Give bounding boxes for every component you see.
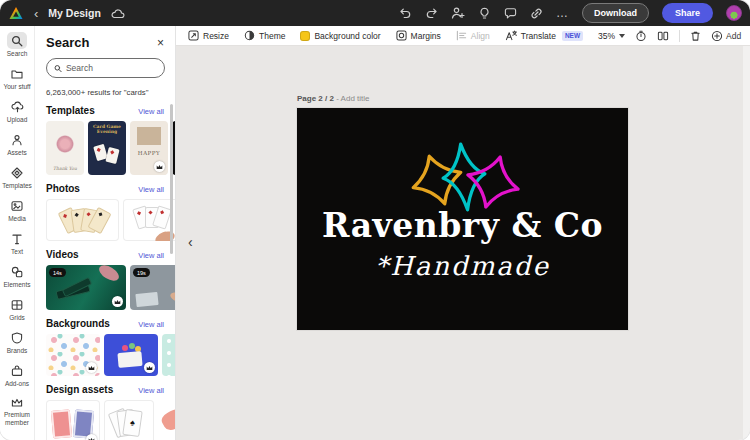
crown-icon: [7, 395, 27, 410]
comments-icon[interactable]: [504, 7, 517, 20]
align-button[interactable]: Align: [456, 30, 490, 41]
back-chevron-icon[interactable]: ‹: [34, 7, 38, 20]
rail-item-brands[interactable]: Brands: [0, 327, 35, 360]
section-templates: Templates View all Thank You Card Game E…: [46, 105, 175, 175]
top-bar: ‹ My Design: [0, 0, 750, 26]
panel-scrollbar[interactable]: [170, 104, 173, 254]
video-duration-badge: 14s: [49, 268, 66, 277]
rail-item-premium-member[interactable]: Premium member: [0, 393, 35, 426]
background-thumbnail[interactable]: [104, 334, 158, 376]
rail-item-upload[interactable]: Upload: [0, 96, 35, 129]
rail-item-assets[interactable]: Assets: [0, 129, 35, 162]
share-button[interactable]: Share: [662, 3, 713, 23]
tool-label: Theme: [259, 31, 285, 41]
rail-item-elements[interactable]: Elements: [0, 261, 35, 294]
canvas-area: Resize Theme Background color Margins Al…: [176, 26, 750, 440]
more-options-icon[interactable]: …: [556, 10, 569, 16]
background-thumbnail[interactable]: [46, 334, 100, 376]
rail-label: Brands: [7, 347, 28, 354]
thumbnail-caption: Card Game Evening: [88, 124, 126, 135]
template-thumbnail[interactable]: HAPPY: [130, 121, 168, 175]
search-input[interactable]: [66, 63, 157, 73]
rail-label: Search: [7, 50, 28, 57]
thumbnail-row: [46, 199, 176, 241]
photo-thumbnail[interactable]: [46, 199, 119, 241]
view-all-link[interactable]: View all: [138, 386, 164, 395]
lightbulb-icon[interactable]: [478, 7, 491, 20]
redo-icon[interactable]: [425, 7, 438, 20]
template-thumbnail[interactable]: Card Game Evening: [88, 121, 126, 175]
app-window: ‹ My Design: [0, 0, 750, 440]
results-count: 6,263,000+ results for "cards": [46, 88, 175, 97]
rail-label: Media: [8, 215, 26, 222]
rail-item-templates[interactable]: Templates: [0, 162, 35, 195]
rail-label: Add-ons: [5, 380, 29, 387]
close-icon[interactable]: ×: [157, 37, 164, 49]
premium-crown-badge: [86, 434, 97, 440]
align-icon: [456, 30, 467, 41]
tool-label: Translate: [521, 31, 556, 41]
media-image-icon: [7, 197, 27, 214]
thumbnail-row: ♠: [46, 400, 176, 440]
canvas-scrollbar-track[interactable]: [743, 46, 750, 440]
user-avatar[interactable]: [726, 5, 742, 21]
thumbnail-art: [105, 147, 119, 164]
design-asset-thumbnail[interactable]: [158, 400, 176, 440]
thumbnail-art: [96, 265, 121, 284]
undo-icon[interactable]: [399, 7, 412, 20]
resize-button[interactable]: Resize: [188, 30, 229, 41]
delete-page-icon[interactable]: [690, 30, 701, 42]
toolbar-right-group: 35% Add: [598, 30, 741, 42]
rail-label: Grids: [9, 314, 25, 321]
shield-icon: [7, 329, 27, 346]
rail-item-media[interactable]: Media: [0, 195, 35, 228]
pages-view-icon[interactable]: [657, 30, 669, 42]
tagline-text[interactable]: *Handmade: [297, 251, 628, 281]
add-title-hint[interactable]: - Add title: [336, 94, 369, 103]
collapse-panel-chevron-icon[interactable]: ‹: [188, 234, 193, 250]
cloud-sync-icon: [111, 8, 125, 19]
view-all-link[interactable]: View all: [138, 320, 164, 329]
translate-button[interactable]: Translate NEW: [505, 30, 583, 41]
left-nav-rail: Search Your stuff Upload Assets Template…: [0, 26, 35, 440]
zoom-level-dropdown[interactable]: 35%: [598, 31, 625, 41]
section-title: Design assets: [46, 384, 113, 395]
margins-button[interactable]: Margins: [396, 30, 441, 41]
history-timer-icon[interactable]: [635, 30, 647, 42]
section-photos: Photos View all: [46, 183, 175, 241]
view-all-link[interactable]: View all: [138, 107, 164, 116]
background-color-button[interactable]: Background color: [300, 31, 380, 41]
design-page[interactable]: Ravenbry & Co *Handmade: [297, 108, 628, 330]
view-all-link[interactable]: View all: [138, 251, 164, 260]
background-color-swatch-icon: [300, 31, 310, 41]
add-page-button[interactable]: Add: [711, 30, 741, 42]
rail-item-add-ons[interactable]: Add-ons: [0, 360, 35, 393]
adobe-express-logo-icon[interactable]: [8, 6, 24, 20]
rail-label: Assets: [7, 149, 27, 156]
photo-thumbnail[interactable]: [123, 199, 176, 241]
view-all-link[interactable]: View all: [138, 185, 164, 194]
rail-item-your-stuff[interactable]: Your stuff: [0, 63, 35, 96]
search-input-wrapper: [46, 58, 165, 78]
design-asset-thumbnail[interactable]: [46, 400, 100, 440]
brand-name-text[interactable]: Ravenbry & Co: [297, 208, 628, 244]
premium-crown-badge: [112, 296, 123, 307]
copy-link-icon[interactable]: [530, 7, 543, 20]
video-thumbnail[interactable]: 19s: [130, 265, 176, 310]
rail-item-text[interactable]: Text: [0, 228, 35, 261]
theme-icon: [244, 30, 255, 41]
design-asset-thumbnail[interactable]: ♠: [104, 400, 154, 440]
video-thumbnail[interactable]: 14s: [46, 265, 126, 310]
thumbnail-art: [122, 345, 128, 351]
tool-label: Align: [471, 31, 490, 41]
page-label[interactable]: Page 2 / 2 - Add title: [297, 94, 370, 103]
download-button[interactable]: Download: [582, 3, 649, 23]
add-collaborator-icon[interactable]: [451, 6, 465, 20]
rail-item-search[interactable]: Search: [0, 30, 35, 63]
document-title[interactable]: My Design: [48, 7, 101, 19]
rail-label: Premium member: [0, 411, 35, 426]
template-thumbnail[interactable]: Thank You: [46, 121, 84, 175]
background-thumbnail[interactable]: [162, 334, 176, 376]
rail-item-grids[interactable]: Grids: [0, 294, 35, 327]
theme-button[interactable]: Theme: [244, 30, 285, 41]
